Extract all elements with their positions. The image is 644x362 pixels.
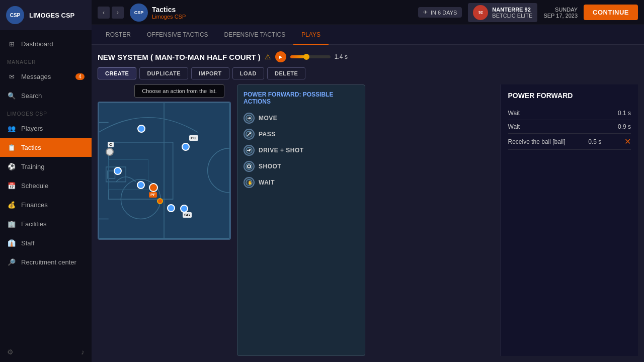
- search-icon: 🔍: [7, 91, 16, 100]
- club-badge-icon: CSP: [130, 4, 148, 22]
- action-tooltip: Choose an action from the list.: [134, 84, 224, 98]
- sidebar-footer: ⚙ ♪: [0, 342, 92, 362]
- sidebar-section-manager: MANAGER: [0, 53, 92, 67]
- duplicate-button[interactable]: DUPLICATE: [139, 67, 188, 79]
- delete-button[interactable]: DELETE: [267, 67, 305, 79]
- days-until-match: IN 6 DAYS: [431, 10, 457, 16]
- sidebar-label-recruitment: Recruitment center: [21, 258, 76, 266]
- timeline-handle[interactable]: [303, 54, 309, 60]
- player-dot-c[interactable]: [106, 148, 114, 156]
- nav-buttons: ‹ ›: [98, 7, 124, 19]
- forward-button[interactable]: ›: [112, 7, 124, 19]
- sidebar: CSP LIMOGES CSP ⊞ Dashboard MANAGER ✉ Me…: [0, 0, 92, 362]
- match-date: SUNDAY SEP 17, 2023: [543, 7, 578, 19]
- staff-icon: 👔: [7, 238, 16, 247]
- action-wait[interactable]: ✋ WAIT: [244, 174, 359, 191]
- sidebar-item-messages[interactable]: ✉ Messages 4: [0, 67, 92, 86]
- back-button[interactable]: ‹: [98, 7, 110, 19]
- player-label-pf: PF: [149, 192, 157, 198]
- action-drive-shot[interactable]: DRIVE + SHOT: [244, 142, 359, 158]
- tab-roster[interactable]: ROSTER: [98, 25, 139, 45]
- toolbar: CREATE DUPLICATE IMPORT LOAD DELETE: [98, 67, 638, 79]
- svg-point-23: [246, 163, 252, 169]
- page-body: NEW SYSTEM ( MAN-TO-MAN HALF COURT ) ⚠ 1…: [92, 45, 644, 362]
- training-icon: ⚽: [7, 162, 16, 171]
- match-day: SUNDAY: [543, 7, 578, 13]
- move-label: MOVE: [259, 115, 277, 122]
- player-dot-sg[interactable]: [180, 205, 188, 213]
- actions-panel-title: POWER FORWARD: POSSIBLE ACTIONS: [244, 91, 359, 105]
- pass-icon: [244, 129, 255, 140]
- drive-shot-label: DRIVE + SHOT: [259, 147, 304, 154]
- sidebar-label-staff: Staff: [21, 239, 35, 247]
- sidebar-item-finances[interactable]: 💰 Finances: [0, 195, 92, 214]
- content-area: Choose an action from the list.: [98, 84, 638, 356]
- sidebar-item-dashboard[interactable]: ⊞ Dashboard: [0, 34, 92, 53]
- action-row-2-label: Receive the ball [ball]: [508, 138, 566, 145]
- continue-button[interactable]: CONTINUE: [584, 5, 638, 20]
- delete-action-button[interactable]: ✕: [624, 137, 631, 146]
- move-icon: [244, 113, 255, 124]
- action-move[interactable]: MOVE: [244, 110, 359, 126]
- player-dot-orange[interactable]: [157, 198, 163, 204]
- club-name: LIMOGES CSP: [29, 12, 74, 19]
- play-button[interactable]: [275, 51, 286, 62]
- music-icon[interactable]: ♪: [81, 348, 85, 356]
- player-dot-blue3[interactable]: [167, 204, 175, 212]
- schedule-icon: 📅: [7, 181, 16, 190]
- pass-label: PASS: [259, 131, 276, 138]
- sidebar-label-dashboard: Dashboard: [21, 40, 53, 48]
- sidebar-item-recruitment[interactable]: 🔎 Recruitment center: [0, 252, 92, 272]
- player-dot-blue2[interactable]: [137, 181, 145, 189]
- player-dot-sf[interactable]: [137, 125, 145, 133]
- sidebar-item-facilities[interactable]: 🏢 Facilities: [0, 214, 92, 233]
- timeline-bar[interactable]: [290, 55, 331, 58]
- sidebar-label-training: Training: [21, 163, 44, 170]
- right-panel: POWER FORWARD Wait 0.1 s Wait 0.9 s Rece…: [501, 84, 638, 356]
- tab-defensive[interactable]: DEFENSIVE TACTICS: [216, 25, 294, 45]
- dashboard-icon: ⊞: [7, 39, 16, 48]
- import-button[interactable]: IMPORT: [191, 67, 229, 79]
- shoot-label: SHOOT: [259, 163, 281, 170]
- main-content: ‹ › CSP Tactics Limoges CSP ✈ IN 6 DAYS …: [92, 0, 644, 362]
- action-pass[interactable]: PASS: [244, 126, 359, 142]
- right-panel-title: POWER FORWARD: [508, 92, 631, 100]
- action-row-1-time: 0.9 s: [618, 123, 631, 130]
- sidebar-label-players: Players: [21, 125, 43, 132]
- system-name: NEW SYSTEM ( MAN-TO-MAN HALF COURT ): [98, 53, 261, 61]
- sidebar-item-schedule[interactable]: 📅 Schedule: [0, 176, 92, 195]
- tab-plays[interactable]: PLAYS: [293, 25, 329, 45]
- sidebar-label-messages: Messages: [21, 73, 51, 80]
- sidebar-item-players[interactable]: 👥 Players: [0, 119, 92, 138]
- svg-text:✋: ✋: [248, 180, 253, 185]
- svg-line-22: [251, 149, 251, 150]
- tab-offensive[interactable]: OFFENSIVE TACTICS: [139, 25, 216, 45]
- sidebar-item-search[interactable]: 🔍 Search: [0, 86, 92, 105]
- action-row-0-time: 0.1 s: [618, 110, 631, 117]
- sidebar-item-staff[interactable]: 👔 Staff: [0, 233, 92, 252]
- create-button[interactable]: CREATE: [98, 67, 136, 79]
- action-row-2: Receive the ball [ball] 0.5 s ✕: [508, 134, 631, 150]
- action-row-1: Wait 0.9 s: [508, 120, 631, 134]
- action-shoot[interactable]: SHOOT: [244, 158, 359, 174]
- player-dot-blue1[interactable]: [114, 167, 122, 175]
- topbar: ‹ › CSP Tactics Limoges CSP ✈ IN 6 DAYS …: [92, 0, 644, 25]
- sidebar-item-tactics[interactable]: 📋 Tactics: [0, 138, 92, 157]
- sidebar-label-finances: Finances: [21, 201, 48, 209]
- messages-icon: ✉: [7, 72, 16, 81]
- player-label-pg: PG: [189, 135, 198, 141]
- sidebar-item-training[interactable]: ⚽ Training: [0, 157, 92, 176]
- messages-badge: 4: [75, 73, 85, 80]
- settings-icon[interactable]: ⚙: [7, 348, 14, 356]
- svg-point-24: [248, 165, 251, 168]
- basketball-court[interactable]: SF PG C PF: [98, 102, 231, 240]
- action-row-1-label: Wait: [508, 123, 520, 130]
- club-subtitle: Limoges CSP: [152, 14, 186, 20]
- sidebar-section-limoges: LIMOGES CSP: [0, 105, 92, 119]
- player-dot-pg[interactable]: [182, 143, 190, 151]
- shoot-icon: [244, 161, 255, 172]
- finances-icon: 💰: [7, 200, 16, 209]
- load-button[interactable]: LOAD: [232, 67, 264, 79]
- player-dot-pf[interactable]: [149, 183, 158, 192]
- sidebar-label-schedule: Schedule: [21, 182, 48, 190]
